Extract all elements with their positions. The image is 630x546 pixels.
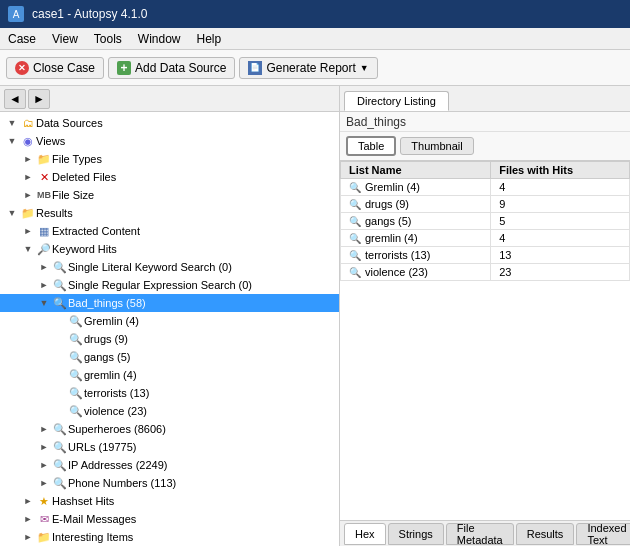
tree-label: Keyword Hits xyxy=(52,243,117,255)
tree-item-interesting-items[interactable]: ► 📁 Interesting Items xyxy=(0,528,339,546)
search-icon: 🔍 xyxy=(68,349,84,365)
menu-case[interactable]: Case xyxy=(0,28,44,49)
sub-tab-bar: Table Thumbnail xyxy=(340,132,630,161)
back-button[interactable]: ◄ xyxy=(4,89,26,109)
add-data-source-label: Add Data Source xyxy=(135,61,226,75)
tree-item-results[interactable]: ▼ 📁 Results xyxy=(0,204,339,222)
tree-label: Extracted Content xyxy=(52,225,140,237)
close-case-button[interactable]: ✕ Close Case xyxy=(6,57,104,79)
tree-item-gangs[interactable]: 🔍 gangs (5) xyxy=(0,348,339,366)
right-panel: Directory Listing Bad_things Table Thumb… xyxy=(340,86,630,546)
tree-item-data-sources[interactable]: ▼ 🗂 Data Sources xyxy=(0,114,339,132)
cell-list-name: 🔍gangs (5) xyxy=(341,213,491,230)
generate-report-button[interactable]: 📄 Generate Report ▼ xyxy=(239,57,377,79)
tree-item-file-types[interactable]: ► 📁 File Types xyxy=(0,150,339,168)
directory-listing-tab[interactable]: Directory Listing xyxy=(344,91,449,111)
menu-view[interactable]: View xyxy=(44,28,86,49)
generate-report-label: Generate Report xyxy=(266,61,355,75)
folder-icon: 📁 xyxy=(20,205,36,221)
menu-help[interactable]: Help xyxy=(189,28,230,49)
tree-label: Superheroes (8606) xyxy=(68,423,166,435)
tree-label: Bad_things (58) xyxy=(68,297,146,309)
expand-icon: ▼ xyxy=(4,133,20,149)
tree-item-single-regex[interactable]: ► 🔍 Single Regular Expression Search (0) xyxy=(0,276,339,294)
tab-results[interactable]: Results xyxy=(516,523,575,545)
expand-icon: ▼ xyxy=(36,295,52,311)
top-tab-bar: Directory Listing xyxy=(340,86,630,112)
tab-indexed-text[interactable]: Indexed Text xyxy=(576,523,630,545)
tree-item-gremlin[interactable]: 🔍 Gremlin (4) xyxy=(0,312,339,330)
tree-label: violence (23) xyxy=(84,405,147,417)
expand-icon: ▼ xyxy=(4,115,20,131)
tab-hex[interactable]: Hex xyxy=(344,523,386,545)
tree-item-keyword-hits[interactable]: ▼ 🔎 Keyword Hits xyxy=(0,240,339,258)
search-icon: 🔍 xyxy=(52,457,68,473)
bottom-tab-bar: Hex Strings File Metadata Results Indexe… xyxy=(340,520,630,546)
tree-item-views[interactable]: ▼ ◉ Views xyxy=(0,132,339,150)
breadcrumb-text: Bad_things xyxy=(346,115,406,129)
tree-label: drugs (9) xyxy=(84,333,128,345)
tree-item-violence[interactable]: 🔍 violence (23) xyxy=(0,402,339,420)
tree-item-extracted-content[interactable]: ► ▦ Extracted Content xyxy=(0,222,339,240)
tab-table[interactable]: Table xyxy=(346,136,396,156)
tree-item-deleted-files[interactable]: ► ✕ Deleted Files xyxy=(0,168,339,186)
tab-thumbnail[interactable]: Thumbnail xyxy=(400,137,473,155)
expand-icon: ► xyxy=(36,277,52,293)
search-icon: 🔍 xyxy=(52,277,68,293)
search-icon: 🔍 xyxy=(349,199,361,210)
cell-files-with-hits: 9 xyxy=(491,196,630,213)
tree-item-terrorists[interactable]: 🔍 terrorists (13) xyxy=(0,384,339,402)
tree-label: Single Literal Keyword Search (0) xyxy=(68,261,232,273)
tree-item-hashset-hits[interactable]: ► ★ Hashset Hits xyxy=(0,492,339,510)
search-icon: 🔍 xyxy=(349,250,361,261)
toolbar: ✕ Close Case + Add Data Source 📄 Generat… xyxy=(0,50,630,86)
search-icon: 🔍 xyxy=(52,475,68,491)
add-data-source-button[interactable]: + Add Data Source xyxy=(108,57,235,79)
tree-item-ip-addresses[interactable]: ► 🔍 IP Addresses (2249) xyxy=(0,456,339,474)
add-icon: + xyxy=(117,61,131,75)
folder-icon: 🗂 xyxy=(20,115,36,131)
tree-item-email-messages[interactable]: ► ✉ E-Mail Messages xyxy=(0,510,339,528)
table-row[interactable]: 🔍drugs (9)9 xyxy=(341,196,630,213)
table-row[interactable]: 🔍violence (23)23 xyxy=(341,264,630,281)
tree-label: File Size xyxy=(52,189,94,201)
expand-icon: ► xyxy=(20,169,36,185)
search-icon: 🔍 xyxy=(349,216,361,227)
search-icon: 🔍 xyxy=(68,403,84,419)
results-table: List Name Files with Hits 🔍Gremlin (4)4🔍… xyxy=(340,161,630,520)
expand-icon: ► xyxy=(36,259,52,275)
tree-item-file-size[interactable]: ► MB File Size xyxy=(0,186,339,204)
tree-label: gremlin (4) xyxy=(84,369,137,381)
tree-label: URLs (19775) xyxy=(68,441,136,453)
tree-item-drugs[interactable]: 🔍 drugs (9) xyxy=(0,330,339,348)
deleted-icon: ✕ xyxy=(36,169,52,185)
tab-file-metadata[interactable]: File Metadata xyxy=(446,523,514,545)
table-row[interactable]: 🔍gremlin (4)4 xyxy=(341,230,630,247)
dropdown-arrow-icon: ▼ xyxy=(360,63,369,73)
tab-strings[interactable]: Strings xyxy=(388,523,444,545)
email-icon: ✉ xyxy=(36,511,52,527)
expand-icon: ▼ xyxy=(20,241,36,257)
tree-item-phone-numbers[interactable]: ► 🔍 Phone Numbers (113) xyxy=(0,474,339,492)
star-icon: ★ xyxy=(36,493,52,509)
menu-window[interactable]: Window xyxy=(130,28,189,49)
tree-item-bad-things[interactable]: ▼ 🔍 Bad_things (58) xyxy=(0,294,339,312)
tree-item-gremlin2[interactable]: 🔍 gremlin (4) xyxy=(0,366,339,384)
search-icon: 🔍 xyxy=(349,182,361,193)
cell-list-name: 🔍gremlin (4) xyxy=(341,230,491,247)
tree-label: Single Regular Expression Search (0) xyxy=(68,279,252,291)
expand-icon: ► xyxy=(20,223,36,239)
search-icon: 🔍 xyxy=(68,385,84,401)
forward-button[interactable]: ► xyxy=(28,89,50,109)
cell-files-with-hits: 13 xyxy=(491,247,630,264)
expand-icon: ► xyxy=(36,457,52,473)
table-row[interactable]: 🔍Gremlin (4)4 xyxy=(341,179,630,196)
tree-item-urls[interactable]: ► 🔍 URLs (19775) xyxy=(0,438,339,456)
tree-label: Gremlin (4) xyxy=(84,315,139,327)
menu-tools[interactable]: Tools xyxy=(86,28,130,49)
tree-item-superheroes[interactable]: ► 🔍 Superheroes (8606) xyxy=(0,420,339,438)
search-icon: 🔍 xyxy=(68,313,84,329)
table-row[interactable]: 🔍gangs (5)5 xyxy=(341,213,630,230)
table-row[interactable]: 🔍terrorists (13)13 xyxy=(341,247,630,264)
tree-item-single-literal[interactable]: ► 🔍 Single Literal Keyword Search (0) xyxy=(0,258,339,276)
